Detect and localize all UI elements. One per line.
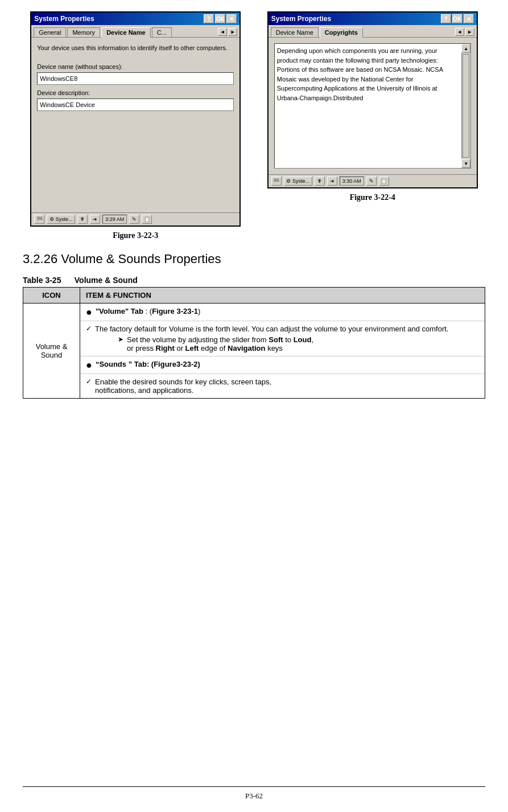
dialog-1-content: Your device uses this information to ide… [31, 37, 239, 212]
bullet-text-2: “Sounds ” Tab: (Figure3-23-2) [96, 360, 200, 368]
syste-icon-1[interactable]: ⚙ Syste... [47, 215, 75, 224]
figures-row: System Properties ? OK ✕ General Memory … [23, 11, 485, 240]
edit-icon-1[interactable]: ✎ [129, 215, 139, 224]
help-button-1[interactable]: ? [204, 14, 214, 23]
field-2-input[interactable]: WindowsCE Device [37, 99, 234, 111]
check-text-2: Enable the desired sounds for key clicks… [95, 378, 271, 395]
page-number: P3-62 [245, 792, 263, 800]
dialog-1: System Properties ? OK ✕ General Memory … [30, 11, 241, 227]
bullet-symbol-1: ● [86, 307, 92, 317]
dialog-1-description: Your device uses this information to ide… [37, 43, 234, 53]
arrow-item-1: ➤ Set the volume by adjusting the slider… [118, 335, 448, 352]
copy-icon-2[interactable]: 📋 [379, 177, 389, 186]
tab-c[interactable]: C... [152, 27, 172, 37]
close-button-2[interactable]: ✕ [464, 14, 474, 23]
scroll-left-btn[interactable]: ◄ [218, 28, 227, 36]
table-caption-title: Volume & Sound [75, 276, 138, 285]
phone-icon-2: ✟ [315, 177, 325, 186]
field-1-input[interactable]: WindowsCE8 [37, 72, 234, 85]
check-item-1: ✓ The factory default for Volume is the … [86, 325, 479, 352]
tab-device-name[interactable]: Device Name [101, 27, 151, 38]
phone-icon-1: ✟ [77, 215, 88, 224]
col-header-icon: ICON [23, 287, 80, 303]
tab-memory[interactable]: Memory [67, 27, 100, 37]
figure-1-caption: Figure 3-22-3 [113, 231, 158, 240]
figure-1-container: System Properties ? OK ✕ General Memory … [23, 11, 249, 240]
copyright-textarea[interactable]: Depending upon which components you are … [274, 43, 471, 169]
data-table: ICON ITEM & FUNCTION Volume &Sound ● "Vo… [23, 287, 485, 399]
figure-2-caption: Figure 3-22-4 [350, 193, 395, 202]
table-row: Volume &Sound ● "Volume" Tab : (Figure 3… [23, 303, 485, 398]
time-1: 3:29 AM [102, 215, 127, 224]
statusbar-2: 🏁 ⚙ Syste... ✟ ➜ 3:30 AM ✎ 📋 [269, 174, 477, 187]
syste-icon-2[interactable]: ⚙ Syste... [284, 177, 312, 186]
scroll-up-btn[interactable]: ▲ [461, 44, 470, 53]
check-symbol-1: ✓ [86, 325, 92, 333]
dialog-2-title: System Properties [271, 15, 441, 23]
tab-device-name-2[interactable]: Device Name [271, 27, 319, 37]
arrow-icon-2: ➜ [327, 177, 337, 186]
time-2: 3:30 AM [340, 177, 364, 186]
dialog-1-title: System Properties [34, 15, 204, 23]
statusbar-1: 🏁 ⚙ Syste... ✟ ➜ 3:29 AM ✎ 📋 [31, 212, 239, 225]
check-text-1: The factory default for Volume is the fo… [95, 325, 448, 352]
bullet-item-1: ● "Volume" Tab : (Figure 3-23-1) [86, 307, 479, 317]
copyright-text: Depending upon which components you are … [275, 44, 461, 168]
arrow-text-1: Set the volume by adjusting the slider f… [127, 335, 313, 352]
start-icon-1[interactable]: 🏁 [34, 215, 44, 224]
page-footer: P3-62 [23, 786, 485, 801]
edit-icon-2[interactable]: ✎ [366, 177, 377, 186]
func-row-2: ✓ The factory default for Volume is the … [80, 321, 485, 356]
bullet-text-1: "Volume" Tab : (Figure 3-23-1) [96, 307, 201, 315]
check-symbol-2: ✓ [86, 378, 92, 386]
tab-general[interactable]: General [34, 27, 66, 37]
titlebar-1-buttons: ? OK ✕ [204, 14, 237, 23]
figure-2-container: System Properties ? OK ✕ Device Name Cop… [260, 11, 486, 202]
tabs-1: General Memory Device Name C... ◄ ► [31, 25, 239, 37]
help-button-2[interactable]: ? [441, 14, 451, 23]
col-header-function: ITEM & FUNCTION [80, 287, 485, 303]
arrow-icon-1: ➜ [90, 215, 100, 224]
tab-copyrights[interactable]: Copyrights [320, 27, 363, 38]
section-heading: 3.2.26 Volume & Sounds Properties [23, 252, 485, 266]
dialog-2: System Properties ? OK ✕ Device Name Cop… [267, 11, 478, 188]
start-icon-2[interactable]: 🏁 [271, 177, 282, 186]
scroll-thumb[interactable] [462, 54, 469, 158]
ok-button-1[interactable]: OK [215, 14, 225, 23]
icon-label: Volume &Sound [36, 342, 68, 359]
func-row-1: ● "Volume" Tab : (Figure 3-23-1) [80, 304, 485, 321]
titlebar-1: System Properties ? OK ✕ [31, 13, 239, 25]
tabs-2: Device Name Copyrights ◄ ► [269, 25, 477, 37]
bullet-symbol-2: ● [86, 360, 92, 370]
icon-cell: Volume &Sound [23, 303, 80, 398]
dialog-2-content: Depending upon which components you are … [269, 37, 477, 174]
func-row-3: ● “Sounds ” Tab: (Figure3-23-2) [80, 356, 485, 374]
titlebar-2: System Properties ? OK ✕ [269, 13, 477, 25]
func-row-4: ✓ Enable the desired sounds for key clic… [80, 374, 485, 398]
check-desc-1: The factory default for Volume is the fo… [95, 325, 448, 333]
field-1-label: Device name (without spaces): [37, 63, 234, 70]
function-cell: ● "Volume" Tab : (Figure 3-23-1) ✓ The f… [80, 303, 485, 398]
bullet-item-2: ● “Sounds ” Tab: (Figure3-23-2) [86, 360, 479, 370]
scroll-left-btn-2[interactable]: ◄ [455, 28, 464, 36]
scroll-right-btn[interactable]: ► [228, 28, 237, 36]
check-item-2: ✓ Enable the desired sounds for key clic… [86, 378, 479, 395]
arrow-symbol-1: ➤ [118, 335, 123, 343]
scroll-down-btn[interactable]: ▼ [461, 159, 470, 168]
titlebar-2-buttons: ? OK ✕ [441, 14, 474, 23]
ok-button-2[interactable]: OK [452, 14, 462, 23]
close-button-1[interactable]: ✕ [226, 14, 237, 23]
copy-icon-1[interactable]: 📋 [142, 215, 152, 224]
scroll-right-btn-2[interactable]: ► [465, 28, 474, 36]
table-caption-label: Table 3-25 [23, 276, 61, 285]
scrollbar-2[interactable]: ▲ ▼ [461, 44, 470, 168]
field-2-label: Device description: [37, 89, 234, 96]
